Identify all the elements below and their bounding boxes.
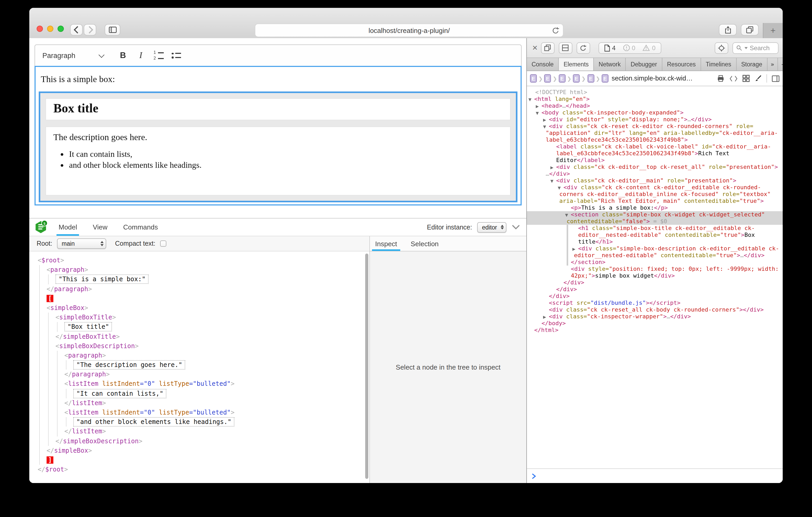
dom-tree-row[interactable]: ▶<div class="simple-box-description ck-e…: [527, 245, 783, 252]
tab-resources[interactable]: Resources: [662, 58, 701, 70]
dom-tree-row[interactable]: </html>: [527, 327, 783, 334]
expand-node-icon[interactable]: ▶: [572, 246, 576, 252]
element-badge-icon[interactable]: E: [559, 74, 566, 83]
element-badge-icon[interactable]: E: [587, 74, 594, 83]
page-count[interactable]: 4: [612, 44, 615, 52]
model-tree-row[interactable]: <listItem listIndent="0" listType="bulle…: [29, 379, 369, 389]
tab-view[interactable]: View: [93, 218, 108, 236]
print-button[interactable]: [717, 75, 725, 82]
zoom-window-button[interactable]: [58, 26, 64, 32]
dom-tree-row[interactable]: </section>: [527, 259, 783, 266]
dom-tree-row[interactable]: <div class="ck ck-reset_all ck-body ck-r…: [527, 306, 783, 313]
dom-tree-row[interactable]: label_e63cbbfece34c53ce23501062343f49b8"…: [527, 136, 783, 143]
new-tab-button[interactable]: +: [763, 23, 783, 38]
details-sidebar-toggle-button[interactable]: [772, 75, 780, 82]
element-badge-icon[interactable]: E: [544, 74, 551, 83]
dom-tree-row[interactable]: contenteditable="false"> = $0: [527, 218, 783, 225]
tab-timelines[interactable]: Timelines: [701, 58, 737, 70]
dom-tree-row[interactable]: corners ck-editor__editable_inline ck-fo…: [527, 191, 783, 197]
tab-storage[interactable]: Storage: [736, 58, 767, 70]
dom-tree-row[interactable]: 42px;">simple box widget</div>: [527, 272, 783, 279]
source-code-button[interactable]: [729, 75, 738, 82]
error-count[interactable]: 0: [632, 44, 635, 52]
grid-overlay-button[interactable]: [743, 75, 750, 82]
compact-text-checkbox[interactable]: [160, 240, 166, 247]
dom-tree-row[interactable]: aria-label="Rich Text Editor, main" cont…: [527, 197, 783, 204]
expand-node-icon[interactable]: ▶: [536, 103, 539, 110]
model-tree-row[interactable]: "and other block elements like headings.…: [29, 417, 369, 427]
dom-tree-row[interactable]: <label class="ck ck-label ck-voice-label…: [527, 143, 783, 150]
selected-element-label[interactable]: section.simple-box.ck-wid…: [612, 75, 693, 82]
model-tree-row[interactable]: ]: [29, 455, 369, 465]
forward-button[interactable]: [84, 24, 96, 35]
tab-commands[interactable]: Commands: [123, 218, 158, 236]
simple-box-description[interactable]: The description goes here. It can contai…: [46, 126, 511, 195]
dom-tree-row[interactable]: ▼<div class="ck ck-content ck-editor__ed…: [527, 184, 783, 191]
dom-tree-row[interactable]: Editor</label>: [527, 157, 783, 163]
model-tree-row[interactable]: <simpleBox>: [29, 303, 369, 313]
model-tree-row[interactable]: <paragraph>: [29, 265, 369, 274]
model-tree-row[interactable]: "It can contain lists,": [29, 389, 369, 398]
model-tree-row[interactable]: <simpleBoxTitle>: [29, 313, 369, 322]
heading-dropdown[interactable]: Paragraph: [42, 52, 104, 59]
element-badge-icon[interactable]: E: [602, 74, 608, 83]
styles-brush-button[interactable]: [754, 75, 762, 82]
warning-count[interactable]: 0: [652, 44, 656, 52]
devtools-reload-button[interactable]: [577, 42, 590, 54]
model-tree-row[interactable]: <simpleBoxDescription>: [29, 341, 369, 351]
tab-network[interactable]: Network: [594, 58, 626, 70]
model-tree-row[interactable]: "Box title": [29, 322, 369, 332]
tab-overview-button[interactable]: [741, 24, 759, 35]
dom-tree-row[interactable]: editor__nested-editable" contenteditable…: [527, 252, 783, 259]
expand-node-icon[interactable]: ▶: [543, 117, 546, 123]
collapse-node-icon[interactable]: ▼: [543, 123, 546, 130]
dom-tree-row[interactable]: </div>: [527, 286, 783, 293]
model-tree-row[interactable]: <paragraph>: [29, 351, 369, 360]
model-tree-row[interactable]: </$root>: [29, 465, 369, 474]
tab-model[interactable]: Model: [59, 218, 77, 236]
tab-debugger[interactable]: Debugger: [626, 58, 662, 70]
element-badge-icon[interactable]: E: [573, 74, 580, 83]
tab-inspect[interactable]: Inspect: [375, 236, 397, 251]
dom-tree-row[interactable]: …</div>: [527, 171, 783, 177]
italic-button[interactable]: I: [134, 49, 148, 62]
collapse-inspector-button[interactable]: [512, 225, 520, 230]
tab-elements[interactable]: Elements: [559, 58, 594, 70]
dom-tree-row[interactable]: <!DOCTYPE html>: [527, 89, 783, 96]
dom-tree-row[interactable]: "application" dir="ltr" lang="en" aria-l…: [527, 130, 783, 136]
model-tree-row[interactable]: <listItem listIndent="0" listType="bulle…: [29, 408, 369, 417]
model-tree-row[interactable]: "The description goes here.": [29, 360, 369, 370]
dom-tree-row[interactable]: title</h1>: [527, 238, 783, 245]
simple-box-title[interactable]: Box title: [46, 98, 511, 120]
dom-tree-row[interactable]: <h1 class="simple-box-title ck-editor__e…: [527, 225, 783, 232]
element-picker-button[interactable]: [715, 42, 728, 54]
model-tree-row[interactable]: <$root>: [29, 255, 369, 265]
bold-button[interactable]: B: [116, 49, 130, 62]
element-badge-icon[interactable]: E: [530, 74, 537, 83]
dom-tree-row[interactable]: ▼<body class="ck-inspector-body-expanded…: [527, 109, 783, 116]
dom-tree-row[interactable]: <div style="position: fixed; top: 0px; l…: [527, 266, 783, 272]
model-tree-row[interactable]: </paragraph>: [29, 370, 369, 379]
dom-tree-row[interactable]: </div>: [527, 293, 783, 300]
dom-tree-row[interactable]: <script src="dist/bundle.js"></script>: [527, 300, 783, 306]
dom-tree-row[interactable]: </body>: [527, 320, 783, 327]
collapse-node-icon[interactable]: ▼: [536, 110, 539, 117]
model-tree-row[interactable]: </simpleBoxDescription>: [29, 436, 369, 446]
model-tree-row[interactable]: </simpleBoxTitle>: [29, 332, 369, 341]
collapse-node-icon[interactable]: ▼: [565, 212, 568, 218]
dom-tree-row[interactable]: ▼<html lang="en">: [527, 96, 783, 102]
dom-tree-row[interactable]: <p>This is a simple box:</p>: [527, 204, 783, 211]
expand-node-icon[interactable]: ▶: [543, 314, 546, 321]
dom-tree-row[interactable]: ▶<div id="editor" style="display: none;"…: [527, 116, 783, 123]
reload-button[interactable]: [552, 27, 559, 34]
quick-console[interactable]: [527, 468, 783, 483]
back-button[interactable]: [70, 24, 83, 35]
dom-tree-row[interactable]: ▶<head>…</head>: [527, 102, 783, 109]
tab-selection[interactable]: Selection: [411, 236, 439, 251]
duplicate-window-button[interactable]: [541, 42, 555, 54]
collapse-node-icon[interactable]: ▼: [528, 96, 531, 103]
share-button[interactable]: [719, 24, 737, 35]
numbered-list-button[interactable]: 1 2: [152, 49, 165, 62]
close-devtools-button[interactable]: ✕: [532, 44, 538, 52]
tab-console[interactable]: Console: [527, 58, 559, 70]
